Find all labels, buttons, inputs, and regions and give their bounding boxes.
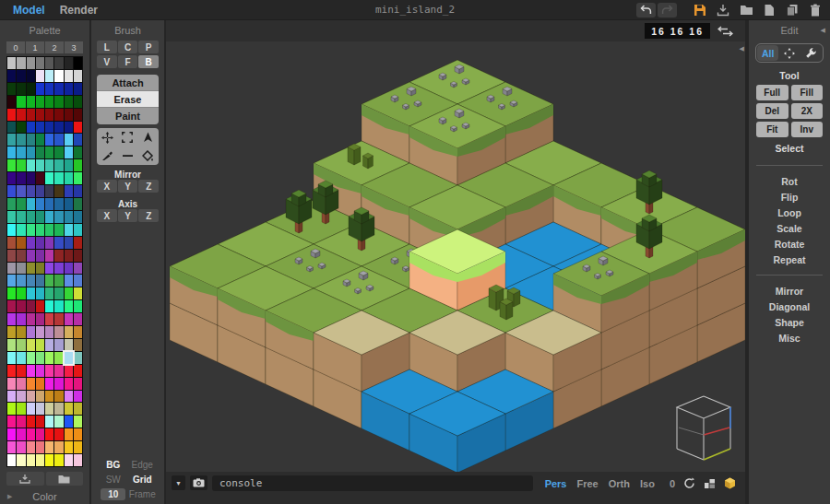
palette-swatch[interactable] xyxy=(74,159,82,171)
rotate-view-icon[interactable] xyxy=(683,477,695,489)
palette-swatch[interactable] xyxy=(36,300,44,312)
palette-swatch[interactable] xyxy=(27,109,35,121)
palette-swatch[interactable] xyxy=(54,454,63,466)
palette-swatch[interactable] xyxy=(17,83,25,95)
palette-swatch[interactable] xyxy=(27,198,35,210)
palette-swatch[interactable] xyxy=(27,224,35,236)
palette-swatch[interactable] xyxy=(27,237,35,249)
palette-swatch[interactable] xyxy=(74,378,82,390)
new-file-icon[interactable] xyxy=(762,3,777,18)
palette-open-button[interactable] xyxy=(46,472,84,486)
palette-swatch[interactable] xyxy=(36,313,44,325)
palette-swatch[interactable] xyxy=(45,224,53,236)
palette-swatch[interactable] xyxy=(45,185,53,197)
palette-swatch[interactable] xyxy=(17,237,25,249)
palette-swatch[interactable] xyxy=(74,416,82,428)
palette-swatch[interactable] xyxy=(54,287,63,299)
palette-swatch[interactable] xyxy=(17,96,25,108)
palette-swatch[interactable] xyxy=(27,365,35,377)
palette-swatch[interactable] xyxy=(7,416,16,428)
palette-swatch[interactable] xyxy=(54,147,63,158)
palette-swatch[interactable] xyxy=(36,454,44,466)
palette-swatch[interactable] xyxy=(7,441,16,453)
palette-swatch[interactable] xyxy=(54,416,63,428)
palette-swatch[interactable] xyxy=(27,352,35,364)
palette-swatch[interactable] xyxy=(7,403,16,415)
edit-tool-del[interactable]: Del xyxy=(756,103,788,119)
scope-all-button[interactable]: All xyxy=(757,45,778,61)
palette-swatch[interactable] xyxy=(74,172,82,184)
palette-swatch[interactable] xyxy=(17,378,25,390)
palette-swatch[interactable] xyxy=(36,224,44,236)
palette-swatch[interactable] xyxy=(54,352,63,364)
palette-swatch[interactable] xyxy=(45,339,53,351)
palette-swatch[interactable] xyxy=(17,352,25,364)
palette-swatch[interactable] xyxy=(54,326,63,338)
palette-swatch[interactable] xyxy=(74,263,82,275)
tab-model[interactable]: Model xyxy=(13,4,45,17)
palette-swatch[interactable] xyxy=(27,326,35,338)
palette-swatch[interactable] xyxy=(74,147,82,158)
palette-swatch[interactable] xyxy=(65,83,73,95)
palette-swatch[interactable] xyxy=(27,313,35,325)
open-folder-icon[interactable] xyxy=(739,3,753,18)
palette-swatch[interactable] xyxy=(74,365,82,377)
brush-type-c[interactable]: C xyxy=(118,41,138,53)
palette-swatch[interactable] xyxy=(65,441,73,453)
palette-swatch[interactable] xyxy=(27,416,35,428)
palette-swatch[interactable] xyxy=(17,313,25,325)
palette-swatch[interactable] xyxy=(7,378,16,390)
delete-icon[interactable] xyxy=(808,3,823,18)
palette-swatch[interactable] xyxy=(36,352,44,364)
palette-swatch[interactable] xyxy=(54,57,63,69)
brush-mode-erase[interactable]: Erase xyxy=(97,91,159,108)
brush-mode-paint[interactable]: Paint xyxy=(97,108,159,124)
palette-swatch[interactable] xyxy=(27,250,35,262)
palette-swatch[interactable] xyxy=(45,70,53,82)
palette-swatch[interactable] xyxy=(65,57,73,69)
palette-swatch[interactable] xyxy=(65,96,73,108)
palette-swatch[interactable] xyxy=(54,185,63,197)
edit-menu-diagonal[interactable]: Diagonal xyxy=(749,299,830,314)
redo-button[interactable] xyxy=(658,3,677,18)
grid-axes-icon[interactable] xyxy=(704,478,716,489)
palette-swatch[interactable] xyxy=(54,159,63,171)
palette-swatch[interactable] xyxy=(65,391,73,403)
palette-swatch[interactable] xyxy=(7,134,16,146)
palette-swatch[interactable] xyxy=(74,96,82,108)
palette-swatch[interactable] xyxy=(7,198,16,210)
palette-swatch[interactable] xyxy=(54,122,63,134)
palette-swatch[interactable] xyxy=(45,147,53,158)
palette-swatch[interactable] xyxy=(45,287,53,299)
edit-tool-fit[interactable]: Fit xyxy=(756,122,788,137)
palette-swatch[interactable] xyxy=(45,326,53,338)
palette-swatch[interactable] xyxy=(7,70,16,82)
palette-swatch[interactable] xyxy=(45,83,53,95)
palette-swatch[interactable] xyxy=(17,403,25,415)
palette-swatch[interactable] xyxy=(7,352,16,364)
palette-swatch[interactable] xyxy=(45,313,53,325)
edit-menu-rot[interactable]: Rot xyxy=(749,173,830,189)
palette-swatch[interactable] xyxy=(65,211,73,223)
palette-swatch[interactable] xyxy=(7,185,16,197)
palette-swatch[interactable] xyxy=(7,172,16,184)
palette-swatch[interactable] xyxy=(7,454,16,466)
palette-swatch[interactable] xyxy=(45,275,53,287)
palette-swatch[interactable] xyxy=(7,159,16,171)
palette-swatch[interactable] xyxy=(27,339,35,351)
frame-counter[interactable]: 0 xyxy=(670,478,675,489)
undo-button[interactable] xyxy=(636,3,656,18)
palette-swatch[interactable] xyxy=(45,378,53,390)
palette-swatch[interactable] xyxy=(54,198,63,210)
palette-swatch[interactable] xyxy=(7,391,16,403)
palette-swatch[interactable] xyxy=(36,326,44,338)
panel-collapse-handle[interactable]: ◀ xyxy=(740,45,744,53)
palette-swatch[interactable] xyxy=(45,454,53,466)
palette-swatch[interactable] xyxy=(54,109,63,121)
palette-swatch[interactable] xyxy=(54,428,63,440)
toggle-frame[interactable]: Frame xyxy=(128,489,158,499)
edit-tool-inv[interactable]: Inv xyxy=(791,122,824,137)
palette-swatch[interactable] xyxy=(65,122,73,134)
palette-swatch[interactable] xyxy=(74,237,82,249)
palette-swatch[interactable] xyxy=(65,428,73,440)
